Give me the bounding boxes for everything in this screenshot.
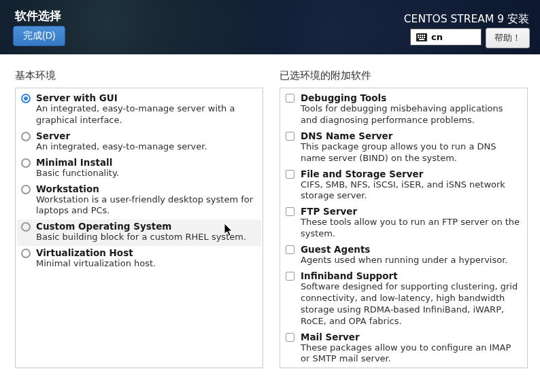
env-item-text: Server An integrated, easy-to-manage ser… [36, 130, 257, 153]
radio-button[interactable] [21, 94, 31, 105]
addon-item-desc: CIFS, SMB, NFS, iSCSI, iSER, and iSNS ne… [301, 179, 522, 202]
addon-item-dns[interactable]: DNS Name Server This package group allow… [282, 129, 526, 167]
addon-item-title: Guest Agents [301, 244, 522, 255]
addon-item-desc: This package group allows you to run a D… [301, 141, 522, 164]
svg-rect-1 [418, 35, 419, 36]
addons-label: 已选环境的附加软件 [280, 69, 528, 82]
env-item-title: Workstation [36, 183, 257, 194]
env-item-minimal[interactable]: Minimal Install Basic functionality. [17, 156, 261, 182]
env-item-text: Server with GUI An integrated, easy-to-m… [36, 92, 257, 126]
radio-button[interactable] [21, 185, 31, 196]
help-button[interactable]: 帮助！ [486, 28, 530, 48]
env-item-title: Virtualization Host [36, 247, 257, 258]
addon-item-title: Infiniband Support [301, 270, 522, 281]
addon-item-debugging[interactable]: Debugging Tools Tools for debugging misb… [282, 91, 526, 129]
env-item-desc: An integrated, easy-to-manage server wit… [36, 103, 257, 126]
svg-rect-7 [422, 37, 423, 38]
addon-item-text: DNS Name Server This package group allow… [301, 130, 522, 164]
svg-rect-3 [422, 35, 423, 36]
addon-item-nfs-client[interactable]: Network File System Client [282, 368, 526, 368]
addon-item-text: Mail Server These packages allow you to … [301, 332, 522, 366]
keyboard-icon [416, 33, 427, 41]
env-item-title: Minimal Install [36, 157, 257, 168]
checkbox[interactable] [286, 132, 295, 143]
addon-item-title: Debugging Tools [301, 92, 522, 103]
svg-rect-2 [420, 35, 421, 36]
env-item-workstation[interactable]: Workstation Workstation is a user-friend… [17, 182, 261, 220]
addon-item-desc: Tools for debugging misbehaving applicat… [301, 103, 522, 126]
addon-item-title: Mail Server [301, 332, 522, 342]
addon-item-text: Debugging Tools Tools for debugging misb… [301, 92, 522, 126]
checkbox[interactable] [286, 333, 295, 344]
env-item-text: Workstation Workstation is a user-friend… [36, 183, 257, 217]
env-item-title: Custom Operating System [36, 221, 257, 232]
install-title: CENTOS STREAM 9 安装 [404, 12, 529, 26]
env-item-desc: Minimal virtualization host. [36, 258, 257, 270]
addon-item-guest-agents[interactable]: Guest Agents Agents used when running un… [282, 243, 526, 269]
env-item-server[interactable]: Server An integrated, easy-to-manage ser… [17, 129, 261, 156]
addon-item-mail[interactable]: Mail Server These packages allow you to … [282, 330, 526, 368]
addon-item-file-storage[interactable]: File and Storage Server CIFS, SMB, NFS, … [282, 167, 526, 205]
checkbox[interactable] [286, 245, 295, 256]
content: 基本环境 Server with GUI An integrated, easy… [0, 54, 540, 368]
svg-rect-6 [420, 37, 421, 38]
env-item-desc: An integrated, easy-to-manage server. [36, 141, 257, 153]
addon-item-title: DNS Name Server [301, 130, 522, 141]
env-item-desc: Basic functionality. [36, 168, 257, 179]
env-item-text: Minimal Install Basic functionality. [36, 157, 257, 179]
radio-button[interactable] [21, 158, 31, 170]
env-item-text: Virtualization Host Minimal virtualizati… [36, 247, 257, 270]
base-environment-column: 基本环境 Server with GUI An integrated, easy… [15, 69, 263, 368]
svg-rect-9 [419, 39, 424, 40]
radio-button[interactable] [21, 249, 31, 260]
addon-item-text: File and Storage Server CIFS, SMB, NFS, … [301, 168, 522, 202]
env-item-server-gui[interactable]: Server with GUI An integrated, easy-to-m… [17, 91, 261, 129]
addon-item-desc: These tools allow you to run an FTP serv… [301, 217, 522, 240]
checkbox[interactable] [286, 94, 295, 105]
keyboard-layout-box[interactable]: cn [410, 29, 482, 46]
radio-button[interactable] [21, 222, 31, 234]
addons-column: 已选环境的附加软件 Debugging Tools Tools for debu… [280, 69, 528, 368]
radio-button[interactable] [21, 132, 31, 143]
env-item-title: Server [36, 130, 257, 141]
env-item-desc: Workstation is a user-friendly desktop s… [36, 194, 257, 217]
addon-item-title: FTP Server [301, 206, 522, 217]
env-item-text: Custom Operating System Basic building b… [36, 221, 257, 243]
addon-item-desc: Software designed for supporting cluster… [301, 281, 522, 327]
addon-item-desc: Agents used when running under a hypervi… [301, 255, 522, 266]
page-title: 软件选择 [15, 8, 61, 24]
keyboard-layout-label: cn [431, 32, 443, 42]
addon-item-ftp[interactable]: FTP Server These tools allow you to run … [282, 204, 526, 243]
checkbox[interactable] [286, 207, 295, 218]
addon-item-title: File and Storage Server [301, 168, 522, 179]
addon-item-desc: These packages allow you to configure an… [301, 342, 522, 366]
addon-item-text: FTP Server These tools allow you to run … [301, 206, 522, 240]
svg-rect-4 [424, 35, 425, 36]
env-item-desc: Basic building block for a custom RHEL s… [36, 232, 257, 243]
environment-list[interactable]: Server with GUI An integrated, easy-to-m… [15, 88, 263, 368]
addon-item-text: Infiniband Support Software designed for… [301, 270, 522, 327]
checkbox[interactable] [286, 272, 295, 283]
svg-rect-8 [424, 37, 425, 38]
addon-list[interactable]: Debugging Tools Tools for debugging misb… [280, 88, 528, 368]
addon-item-text: Guest Agents Agents used when running un… [301, 244, 522, 266]
base-environment-label: 基本环境 [15, 69, 263, 82]
svg-rect-5 [418, 37, 419, 38]
header: 软件选择 完成(D) CENTOS STREAM 9 安装 cn 帮助！ [0, 0, 540, 54]
addon-item-infiniband[interactable]: Infiniband Support Software designed for… [282, 269, 526, 330]
env-item-virt-host[interactable]: Virtualization Host Minimal virtualizati… [17, 246, 261, 272]
done-button[interactable]: 完成(D) [13, 26, 65, 46]
checkbox[interactable] [286, 170, 295, 181]
env-item-custom-os[interactable]: Custom Operating System Basic building b… [17, 219, 261, 246]
env-item-title: Server with GUI [36, 92, 257, 103]
